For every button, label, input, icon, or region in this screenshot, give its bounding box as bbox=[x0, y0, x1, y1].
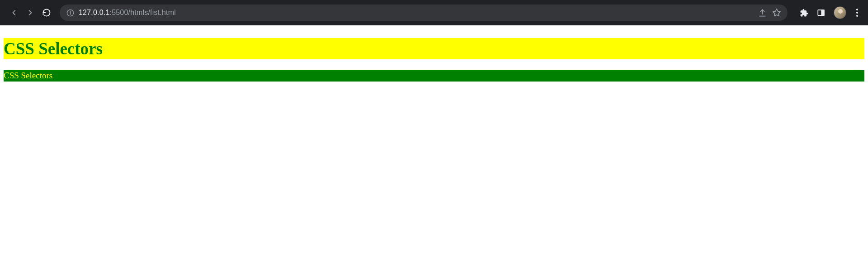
page-content: CSS Selectors CSS Selectors bbox=[0, 25, 868, 85]
browser-right-icons bbox=[799, 6, 860, 19]
nav-buttons bbox=[9, 8, 52, 18]
address-bar[interactable]: 127.0.0.1:5500/htmls/fist.html bbox=[60, 5, 788, 21]
forward-button[interactable] bbox=[25, 8, 35, 18]
url-actions bbox=[758, 8, 781, 17]
svg-rect-6 bbox=[822, 10, 824, 15]
reload-button[interactable] bbox=[42, 8, 52, 18]
page-heading: CSS Selectors bbox=[4, 38, 864, 59]
page-paragraph: CSS Selectors bbox=[4, 70, 864, 82]
back-button[interactable] bbox=[9, 8, 19, 18]
extensions-icon[interactable] bbox=[799, 8, 808, 17]
svg-point-2 bbox=[70, 11, 71, 11]
url-host: 127.0.0.1 bbox=[79, 9, 110, 16]
url-path: :5500/htmls/fist.html bbox=[110, 9, 176, 16]
site-info-icon[interactable] bbox=[66, 9, 74, 17]
menu-button[interactable] bbox=[854, 7, 860, 19]
svg-marker-3 bbox=[773, 9, 781, 16]
side-panel-icon[interactable] bbox=[816, 8, 826, 17]
profile-avatar[interactable] bbox=[834, 6, 846, 19]
url-text: 127.0.0.1:5500/htmls/fist.html bbox=[79, 9, 176, 17]
browser-toolbar: 127.0.0.1:5500/htmls/fist.html bbox=[0, 0, 868, 25]
bookmark-star-icon[interactable] bbox=[772, 8, 781, 17]
share-icon[interactable] bbox=[758, 8, 767, 17]
